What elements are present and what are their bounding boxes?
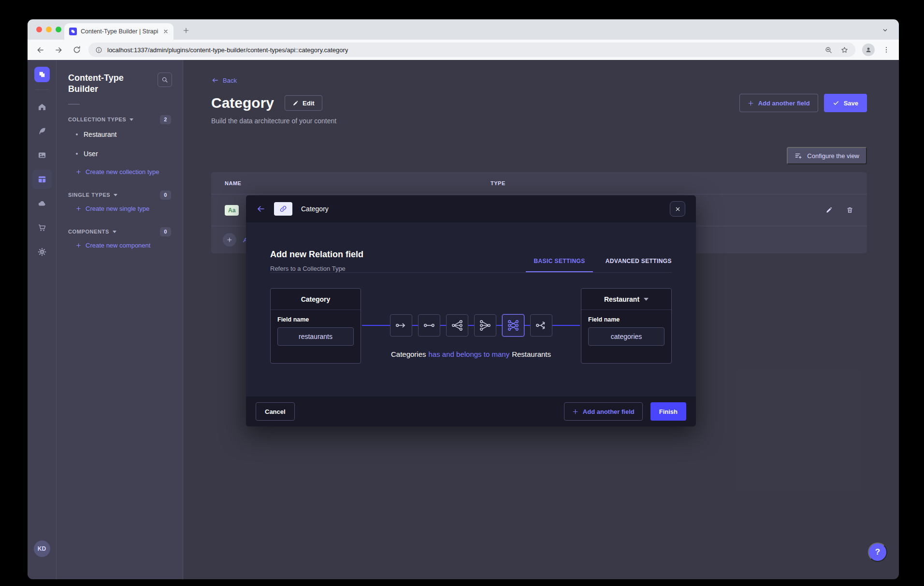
modal-header: Category [246,195,696,222]
page-subtitle: Build the data architecture of your cont… [211,117,867,125]
relation-many-way-button[interactable] [530,314,552,337]
tab-advanced-settings[interactable]: ADVANCED SETTINGS [606,258,672,272]
back-link[interactable]: Back [211,76,237,84]
arrow-left-icon [211,76,219,84]
tabs-divider [270,272,672,273]
address-bar[interactable]: localhost:1337/admin/plugins/content-typ… [88,43,855,57]
chevron-down-icon [113,231,116,233]
cancel-button[interactable]: Cancel [256,402,295,421]
reload-icon[interactable] [70,43,84,57]
section-components[interactable]: COMPONENTS 0 [68,227,171,236]
column-name: NAME [211,180,491,186]
ctb-sidebar: Content-Type Builder COLLECTION TYPES 2 … [57,60,183,579]
sidebar-item-user[interactable]: User [68,145,171,163]
sidebar-divider [68,104,80,104]
modal-close-button[interactable] [670,201,685,217]
source-field-name-input[interactable]: restaurants [277,327,354,346]
nav-home-icon[interactable] [32,97,52,117]
delete-field-icon[interactable] [846,206,853,214]
zoom-page-icon[interactable] [824,46,833,54]
plus-icon [748,100,754,106]
relation-type-buttons [390,314,552,337]
relation-one-to-many-button[interactable] [446,314,468,337]
plus-circle-icon[interactable] [223,233,236,247]
browser-toolbar: localhost:1337/admin/plugins/content-typ… [28,40,899,60]
components-count-badge: 0 [160,227,171,236]
nav-content-type-builder-icon[interactable] [32,170,52,189]
edit-button[interactable]: Edit [285,95,322,111]
nav-divider [35,89,49,90]
source-card-title: Category [271,289,361,310]
add-another-field-button[interactable]: Add another field [739,94,818,112]
strapi-admin: KD Content-Type Builder COLLECTION TYPES… [28,60,899,579]
target-card: Restaurant Field name categories [581,288,672,364]
create-single-type-link[interactable]: Create new single type [68,201,171,217]
relation-modal: Category Add new Relation field Refers t… [246,195,696,426]
relation-one-way-button[interactable] [390,314,412,337]
pencil-icon [292,100,299,106]
browser-tab[interactable]: Content-Type Builder | Strapi [64,23,173,40]
sentence-target: Restaurants [512,350,551,358]
target-field-label: Field name [588,316,664,323]
nav-deploy-cloud-icon[interactable] [32,194,52,213]
browser-profile-icon[interactable] [862,44,875,56]
new-tab-button[interactable] [180,25,192,36]
single-types-count-badge: 0 [160,190,171,200]
modal-back-icon[interactable] [257,205,265,213]
modal-add-another-field-button[interactable]: Add another field [564,402,643,421]
sidebar-title: Content-Type Builder [68,73,141,95]
section-collection-types[interactable]: COLLECTION TYPES 2 [68,115,171,124]
bookmark-star-icon[interactable] [840,46,849,54]
list-settings-icon [794,152,802,160]
relation-link-icon [274,202,292,216]
user-avatar[interactable]: KD [34,541,50,557]
target-collection-dropdown[interactable]: Restaurant [581,289,671,310]
strapi-favicon-icon [69,28,77,35]
url-text[interactable]: localhost:1337/admin/plugins/content-typ… [107,46,348,54]
modal-tabs: BASIC SETTINGS ADVANCED SETTINGS [534,258,672,272]
save-button[interactable]: Save [824,94,867,112]
collection-types-count-badge: 2 [160,115,171,124]
relation-many-to-many-button[interactable] [502,314,524,337]
plus-icon [76,206,81,211]
chevron-down-icon [644,298,649,301]
target-field-name-input[interactable]: categories [588,327,664,346]
relation-sentence: Categorieshas and belongs to manyRestaur… [362,350,580,358]
nav-marketplace-icon[interactable] [32,218,52,237]
nav-media-library-icon[interactable] [32,146,52,165]
create-component-link[interactable]: Create new component [68,237,171,253]
source-card: Category Field name restaurants [270,288,361,364]
back-nav-icon[interactable] [33,43,47,57]
section-single-types[interactable]: SINGLE TYPES 0 [68,190,171,200]
minimize-window-button[interactable] [46,27,52,32]
browser-menu-icon[interactable] [880,43,893,57]
zoom-window-button[interactable] [56,27,61,32]
tab-search-chevron-icon[interactable] [879,24,891,36]
relation-one-to-one-button[interactable] [418,314,440,337]
close-icon [675,206,680,212]
create-collection-type-link[interactable]: Create new collection type [68,164,171,180]
forward-nav-icon[interactable] [52,43,65,57]
tab-basic-settings[interactable]: BASIC SETTINGS [534,258,585,272]
relation-many-to-one-button[interactable] [474,314,496,337]
sidebar-search-button[interactable] [158,73,172,87]
plus-icon [76,243,81,248]
text-type-badge: Aa [225,205,239,216]
close-window-button[interactable] [36,27,42,32]
relation-diagram: Category Field name restaurants [270,288,672,364]
strapi-logo[interactable] [34,67,50,82]
modal-subheading: Refers to a Collection Type [270,265,363,272]
nav-settings-gear-icon[interactable] [32,242,52,262]
site-info-icon[interactable] [95,46,102,54]
chevron-down-icon [114,194,117,196]
sentence-source: Categories [391,350,426,358]
finish-button[interactable]: Finish [650,402,686,421]
edit-field-icon[interactable] [825,206,833,214]
configure-view-button[interactable]: Configure the view [787,147,867,164]
nav-content-manager-icon[interactable] [32,121,52,141]
sidebar-item-restaurant[interactable]: Restaurant [68,125,171,144]
help-button[interactable]: ? [868,542,887,562]
tab-close-icon[interactable] [163,29,169,34]
sentence-relation: has and belongs to many [429,350,510,358]
plus-icon [572,409,578,415]
